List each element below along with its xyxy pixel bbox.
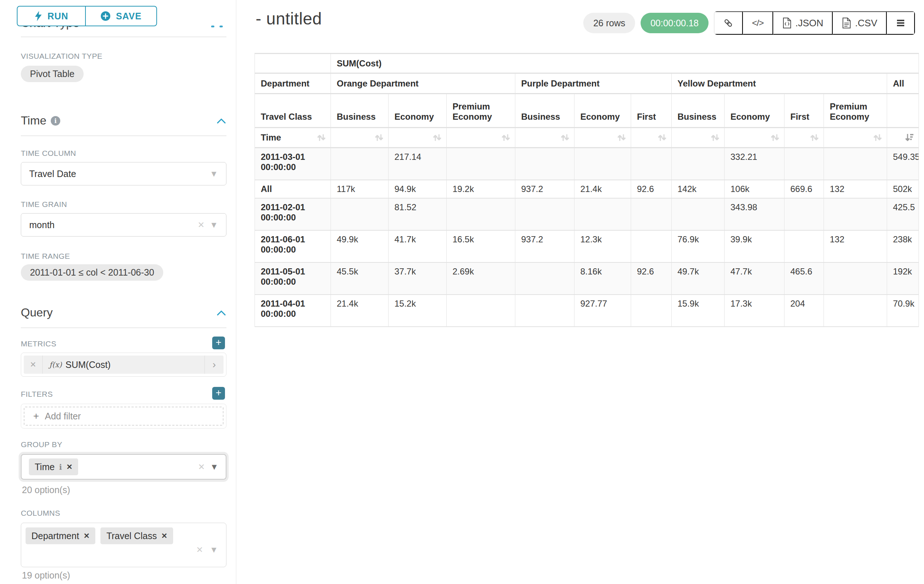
sortable-column-header[interactable] bbox=[447, 128, 515, 148]
menu-button[interactable] bbox=[887, 12, 915, 35]
sortable-column-header[interactable] bbox=[515, 128, 574, 148]
export-json-button[interactable]: .JSON bbox=[773, 12, 833, 35]
columns-option-count: 19 option(s) bbox=[22, 570, 70, 581]
sortable-column-header[interactable] bbox=[672, 128, 724, 148]
time-range-pill[interactable]: 2011-01-01 ≤ col < 2011-06-30 bbox=[21, 264, 163, 281]
chart-title[interactable]: - untitled bbox=[256, 9, 322, 28]
time-grain-select[interactable]: month ✕ ▼ bbox=[21, 213, 226, 237]
column-group-header: Orange Department bbox=[331, 73, 515, 94]
value-cell: 425.5 bbox=[887, 198, 919, 230]
value-cell: 39.9k bbox=[724, 230, 784, 262]
sortable-column-header[interactable] bbox=[631, 128, 672, 148]
query-section-title: Query bbox=[21, 306, 53, 319]
run-button[interactable]: RUN bbox=[17, 6, 86, 26]
metrics-label: METRICS bbox=[21, 339, 56, 348]
export-csv-button[interactable]: .CSV bbox=[833, 12, 887, 35]
value-cell bbox=[824, 294, 887, 327]
value-cell bbox=[447, 198, 515, 230]
tag-label: Travel Class bbox=[106, 531, 157, 541]
sort-toggle-icon[interactable] bbox=[500, 132, 511, 143]
sort-toggle-icon[interactable] bbox=[559, 132, 571, 143]
sort-toggle-icon[interactable] bbox=[432, 132, 443, 143]
control-panel-sidebar: Chart Type RUN SAVE VISUALIZATION TYPE P… bbox=[0, 0, 236, 584]
pivot-table-container: SUM(Cost)DepartmentOrange DepartmentPurp… bbox=[254, 53, 919, 327]
value-cell: 2.69k bbox=[447, 262, 515, 294]
caret-down-icon[interactable]: ▼ bbox=[210, 169, 218, 179]
sort-desc-icon[interactable] bbox=[904, 132, 915, 143]
sortable-column-header[interactable] bbox=[389, 128, 447, 148]
value-cell: 47.7k bbox=[724, 262, 784, 294]
add-metric-button[interactable]: + bbox=[212, 337, 225, 349]
query-section-header: Query bbox=[21, 306, 226, 319]
column-class-header bbox=[887, 94, 919, 128]
sortable-column-header[interactable] bbox=[331, 128, 389, 148]
columns-select[interactable]: Department ✕ Travel Class ✕ ✕ ▼ bbox=[21, 523, 226, 567]
group-by-select[interactable]: Time i ✕ ✕ ▼ bbox=[21, 454, 226, 480]
column-class-header: Economy bbox=[574, 94, 631, 128]
sort-toggle-icon[interactable] bbox=[316, 132, 327, 143]
metric-item[interactable]: ✕ ƒ(x) SUM(Cost) › bbox=[21, 353, 226, 377]
time-section-title: Time bbox=[21, 114, 46, 127]
columns-tag-department[interactable]: Department ✕ bbox=[26, 527, 95, 544]
clear-icon[interactable]: ✕ bbox=[196, 545, 203, 555]
plus-circle-icon bbox=[101, 11, 111, 21]
sort-toggle-icon[interactable] bbox=[809, 132, 820, 143]
value-cell: 15.2k bbox=[389, 294, 447, 327]
value-cell: 132 bbox=[824, 230, 887, 262]
info-icon: i bbox=[59, 462, 62, 472]
sortable-column-header[interactable] bbox=[724, 128, 784, 148]
sorted-column-header[interactable] bbox=[887, 128, 919, 148]
table-row: 2011-03-01 00:00:00217.14332.21549.35 bbox=[255, 148, 919, 180]
value-cell: 15.9k bbox=[672, 294, 724, 327]
value-cell: 49.7k bbox=[672, 262, 724, 294]
caret-down-icon[interactable]: ▼ bbox=[210, 220, 218, 230]
sort-toggle-icon[interactable] bbox=[616, 132, 627, 143]
column-class-header: Business bbox=[672, 94, 724, 128]
row-header-cell: 2011-04-01 00:00:00 bbox=[255, 294, 331, 327]
time-range-label: TIME RANGE bbox=[21, 252, 70, 261]
column-class-header: Economy bbox=[724, 94, 784, 128]
add-filter-button[interactable]: + Add filter bbox=[24, 406, 223, 426]
function-icon: ƒ(x) bbox=[49, 360, 62, 369]
share-link-button[interactable] bbox=[714, 12, 743, 35]
caret-down-icon[interactable]: ▼ bbox=[210, 462, 218, 472]
info-icon: i bbox=[51, 116, 60, 125]
sort-toggle-icon[interactable] bbox=[374, 132, 384, 143]
chevron-up-icon[interactable] bbox=[216, 118, 226, 124]
value-cell bbox=[631, 230, 672, 262]
link-icon bbox=[723, 18, 733, 28]
value-cell bbox=[331, 198, 389, 230]
save-button-label: SAVE bbox=[116, 11, 141, 21]
remove-tag-icon[interactable]: ✕ bbox=[66, 462, 73, 471]
sort-toggle-icon[interactable] bbox=[657, 132, 668, 143]
value-cell: 8.16k bbox=[574, 262, 631, 294]
clear-icon[interactable]: ✕ bbox=[198, 462, 205, 472]
view-query-button[interactable]: </> bbox=[743, 12, 773, 35]
sortable-column-header[interactable] bbox=[574, 128, 631, 148]
time-column-select[interactable]: Travel Date ▼ bbox=[21, 162, 226, 186]
value-cell: 332.21 bbox=[724, 148, 784, 180]
remove-tag-icon[interactable]: ✕ bbox=[84, 531, 90, 540]
chevron-up-icon[interactable] bbox=[216, 309, 226, 316]
sortable-column-header[interactable] bbox=[784, 128, 824, 148]
sort-toggle-icon[interactable] bbox=[872, 132, 883, 143]
divider bbox=[21, 36, 226, 37]
chevron-right-icon[interactable]: › bbox=[205, 355, 223, 374]
value-cell bbox=[824, 198, 887, 230]
time-grain-value: month bbox=[29, 220, 54, 230]
column-class-header: Business bbox=[331, 94, 389, 128]
time-sort-header[interactable]: Time bbox=[255, 128, 331, 148]
save-button[interactable]: SAVE bbox=[86, 6, 157, 26]
remove-metric-icon[interactable]: ✕ bbox=[24, 355, 43, 374]
caret-down-icon[interactable]: ▼ bbox=[210, 545, 218, 555]
clear-icon[interactable]: ✕ bbox=[198, 220, 205, 230]
sortable-column-header[interactable] bbox=[824, 128, 887, 148]
sort-toggle-icon[interactable] bbox=[710, 132, 721, 143]
travel-class-axis-label: Travel Class bbox=[255, 94, 331, 128]
group-by-tag-time[interactable]: Time i ✕ bbox=[29, 459, 78, 475]
add-filter-plus-button[interactable]: + bbox=[212, 387, 225, 400]
sort-toggle-icon[interactable] bbox=[769, 132, 780, 143]
remove-tag-icon[interactable]: ✕ bbox=[161, 531, 167, 540]
viz-type-value-pill[interactable]: Pivot Table bbox=[21, 66, 84, 82]
columns-tag-travel-class[interactable]: Travel Class ✕ bbox=[101, 527, 173, 544]
